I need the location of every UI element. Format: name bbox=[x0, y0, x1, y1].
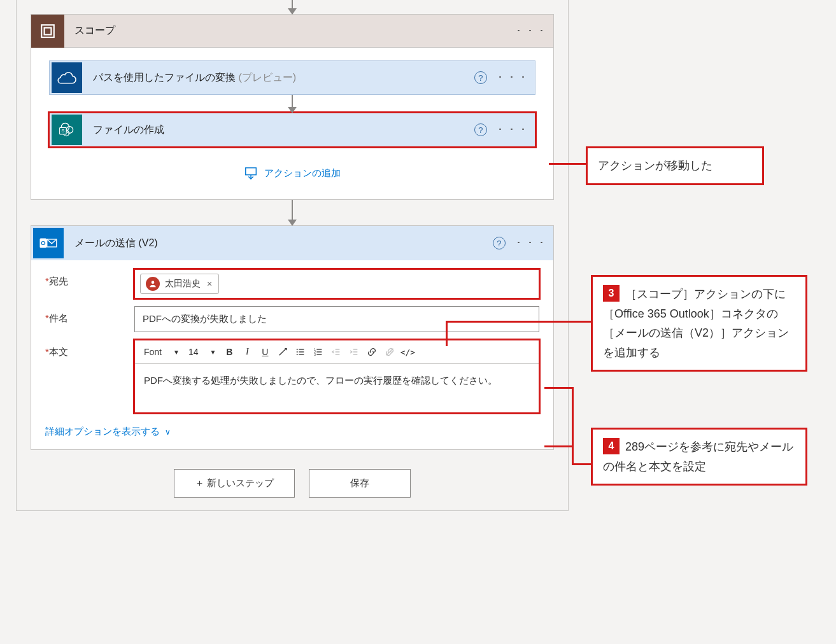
new-step-button[interactable]: ＋ 新しいステップ bbox=[174, 469, 295, 498]
footer: ＋ 新しいステップ 保存 bbox=[17, 469, 568, 498]
unlink-button[interactable] bbox=[381, 344, 398, 360]
add-action-link[interactable]: アクションの追加 bbox=[49, 166, 535, 180]
italic-button[interactable]: I bbox=[239, 344, 255, 360]
action-title: パスを使用したファイルの変換 (プレビュー) bbox=[84, 71, 474, 85]
email-header[interactable]: O メールの送信 (V2) ? ･ ･ ･ bbox=[31, 226, 553, 260]
flow-canvas: スコープ ･ ･ ･ パスを使用したファイルの変換 (プレビュー) ? ･ ･ … bbox=[16, 0, 569, 511]
callout-text: アクションが移動した bbox=[598, 159, 712, 172]
action-create-file[interactable]: S ファイルの作成 ? ･ ･ ･ bbox=[49, 113, 535, 147]
onedrive-icon bbox=[52, 62, 82, 93]
svg-point-12 bbox=[152, 281, 155, 284]
bold-button[interactable]: B bbox=[221, 344, 237, 360]
label-body: *本文 bbox=[45, 340, 134, 358]
more-icon[interactable]: ･ ･ ･ bbox=[497, 124, 527, 136]
bullet-list-button[interactable] bbox=[292, 344, 309, 360]
body-text[interactable]: PDFへ変換する処理が失敗しましたので、フローの実行履歴を確認してください。 bbox=[135, 364, 539, 412]
step-number: 4 bbox=[603, 438, 620, 454]
avatar-icon bbox=[146, 277, 160, 291]
action-title-text: パスを使用したファイルの変換 bbox=[93, 72, 236, 83]
more-icon[interactable]: ･ ･ ･ bbox=[497, 72, 527, 83]
person-pill[interactable]: 太田浩史 × bbox=[140, 274, 219, 294]
callout-connector bbox=[572, 387, 574, 465]
scope-body: パスを使用したファイルの変換 (プレビュー) ? ･ ･ ･ S ファイルの作成… bbox=[31, 48, 553, 199]
add-action-icon bbox=[244, 166, 258, 180]
svg-text:O: O bbox=[41, 239, 46, 246]
body-editor[interactable]: Font▼ 14▼ B I U 123 bbox=[134, 340, 539, 413]
help-icon[interactable]: ? bbox=[474, 123, 487, 136]
scope-action[interactable]: スコープ ･ ･ ･ パスを使用したファイルの変換 (プレビュー) ? ･ ･ … bbox=[31, 14, 554, 200]
to-field[interactable]: 太田浩史 × bbox=[134, 269, 539, 298]
show-advanced-link[interactable]: 詳細オプションを表示する∨ bbox=[45, 426, 171, 438]
scope-title: スコープ bbox=[64, 24, 516, 38]
scope-header[interactable]: スコープ ･ ･ ･ bbox=[31, 15, 553, 48]
svg-line-31 bbox=[386, 349, 393, 356]
flow-arrow bbox=[292, 95, 293, 113]
svg-point-15 bbox=[297, 351, 298, 353]
step-number: 3 bbox=[603, 285, 620, 302]
chevron-down-icon: ∨ bbox=[165, 428, 171, 437]
callout-connector bbox=[549, 163, 587, 165]
callout-step4: 4 289ページを参考に宛先やメールの件名と本文を設定 bbox=[591, 428, 807, 486]
sharepoint-icon: S bbox=[52, 115, 82, 145]
flow-arrow bbox=[292, 200, 293, 225]
remove-person-icon[interactable]: × bbox=[206, 279, 213, 289]
indent-button[interactable] bbox=[346, 344, 362, 360]
callout-step3: 3 ［スコープ］アクションの下に［Office 365 Outlook］コネクタ… bbox=[591, 275, 807, 372]
clear-format-button[interactable] bbox=[274, 344, 291, 360]
callout-text: 289ページを参考に宛先やメールの件名と本文を設定 bbox=[603, 440, 793, 473]
callout-connector bbox=[572, 463, 593, 465]
person-name: 太田浩史 bbox=[165, 278, 201, 290]
email-body: *宛先 太田浩史 × *件名 bbox=[31, 260, 553, 449]
callout-moved: アクションが移動した bbox=[586, 146, 764, 185]
svg-text:3: 3 bbox=[315, 353, 316, 356]
link-button[interactable] bbox=[364, 344, 380, 360]
label-to: *宛先 bbox=[45, 269, 134, 288]
svg-point-17 bbox=[297, 354, 298, 355]
scope-icon bbox=[31, 15, 64, 48]
preview-tag: (プレビュー) bbox=[236, 72, 296, 83]
callout-connector bbox=[544, 387, 574, 389]
svg-rect-0 bbox=[41, 25, 54, 38]
size-select[interactable]: 14▼ bbox=[185, 346, 220, 358]
add-action-label: アクションの追加 bbox=[264, 167, 341, 179]
flow-arrow bbox=[292, 0, 293, 14]
svg-rect-7 bbox=[246, 168, 257, 175]
callout-connector bbox=[446, 321, 592, 323]
callout-text: ［スコープ］アクションの下に［Office 365 Outlook］コネクタの［… bbox=[603, 288, 789, 359]
email-title: メールの送信 (V2) bbox=[66, 237, 493, 250]
outlook-icon: O bbox=[33, 228, 64, 258]
callout-connector bbox=[446, 321, 448, 346]
font-select[interactable]: Font▼ bbox=[140, 346, 183, 358]
action-convert-file[interactable]: パスを使用したファイルの変換 (プレビュー) ? ･ ･ ･ bbox=[49, 60, 535, 95]
more-icon[interactable]: ･ ･ ･ bbox=[516, 237, 546, 249]
underline-button[interactable]: U bbox=[257, 344, 273, 360]
outdent-button[interactable] bbox=[328, 344, 344, 360]
more-icon[interactable]: ･ ･ ･ bbox=[516, 25, 546, 37]
number-list-button[interactable]: 123 bbox=[310, 344, 327, 360]
subject-input[interactable]: PDFへの変換が失敗しました bbox=[134, 306, 539, 332]
code-view-button[interactable]: </> bbox=[399, 344, 416, 360]
help-icon[interactable]: ? bbox=[474, 71, 487, 84]
help-icon[interactable]: ? bbox=[493, 237, 506, 249]
action-send-email[interactable]: O メールの送信 (V2) ? ･ ･ ･ *宛先 太田浩史 bbox=[31, 225, 554, 450]
editor-toolbar: Font▼ 14▼ B I U 123 bbox=[135, 340, 539, 364]
svg-point-13 bbox=[297, 349, 298, 350]
svg-text:S: S bbox=[61, 128, 64, 134]
svg-rect-1 bbox=[45, 27, 52, 34]
save-button[interactable]: 保存 bbox=[309, 469, 411, 498]
callout-connector bbox=[544, 445, 574, 447]
action-title: ファイルの作成 bbox=[84, 123, 474, 137]
label-subject: *件名 bbox=[45, 306, 134, 325]
